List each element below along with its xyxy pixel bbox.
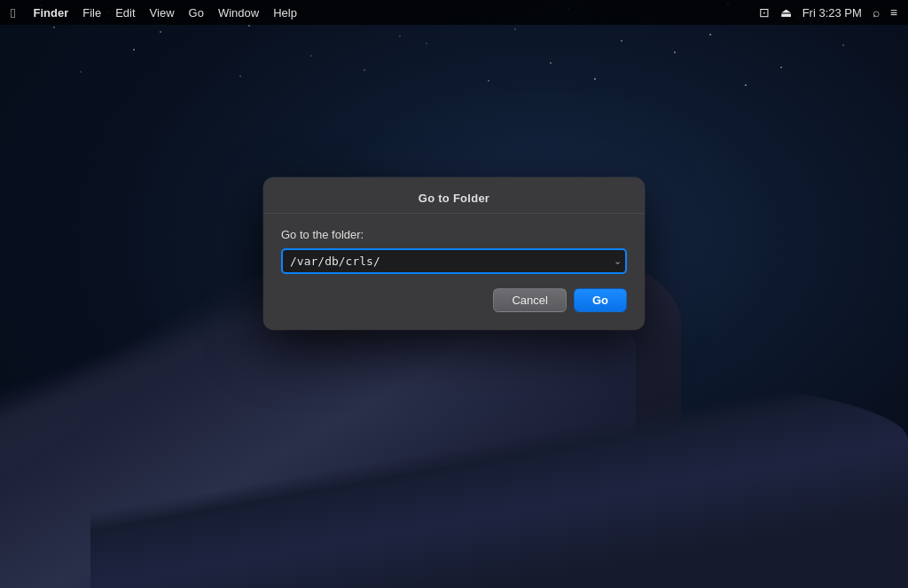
go-to-folder-dialog: Go to Folder Go to the folder: ⌄ Cancel … xyxy=(263,177,645,330)
dialog-titlebar: Go to Folder xyxy=(263,177,645,214)
folder-label: Go to the folder: xyxy=(281,228,627,241)
dialog-title: Go to Folder xyxy=(419,192,489,205)
menu-edit[interactable]: Edit xyxy=(115,6,135,20)
menubar:  Finder File Edit View Go Window Help ⊡… xyxy=(0,0,908,25)
menubar-right: ⊡ ⏏ Fri 3:23 PM ⌕ ≡ xyxy=(759,5,897,20)
screen-icon[interactable]: ⊡ xyxy=(759,5,770,20)
search-icon[interactable]: ⌕ xyxy=(873,5,880,20)
menu-help[interactable]: Help xyxy=(273,6,297,20)
desktop:  Finder File Edit View Go Window Help ⊡… xyxy=(0,0,908,588)
menu-file[interactable]: File xyxy=(82,6,101,20)
menu-finder[interactable]: Finder xyxy=(33,6,68,20)
apple-logo-icon[interactable]:  xyxy=(11,5,15,20)
menu-view[interactable]: View xyxy=(150,6,175,20)
dialog-buttons: Cancel Go xyxy=(281,288,627,312)
folder-input[interactable] xyxy=(281,248,627,274)
folder-input-wrapper: ⌄ xyxy=(281,248,627,274)
menubar-left:  Finder File Edit View Go Window Help xyxy=(11,5,759,20)
menu-go[interactable]: Go xyxy=(189,6,204,20)
dialog-body: Go to the folder: ⌄ Cancel Go xyxy=(263,214,645,330)
cancel-button[interactable]: Cancel xyxy=(493,288,566,312)
dialog-overlay: Go to Folder Go to the folder: ⌄ Cancel … xyxy=(0,25,908,588)
control-center-icon[interactable]: ≡ xyxy=(890,5,897,20)
menu-window[interactable]: Window xyxy=(218,6,259,20)
eject-icon[interactable]: ⏏ xyxy=(780,5,792,20)
clock: Fri 3:23 PM xyxy=(802,6,862,20)
go-button[interactable]: Go xyxy=(574,288,627,312)
